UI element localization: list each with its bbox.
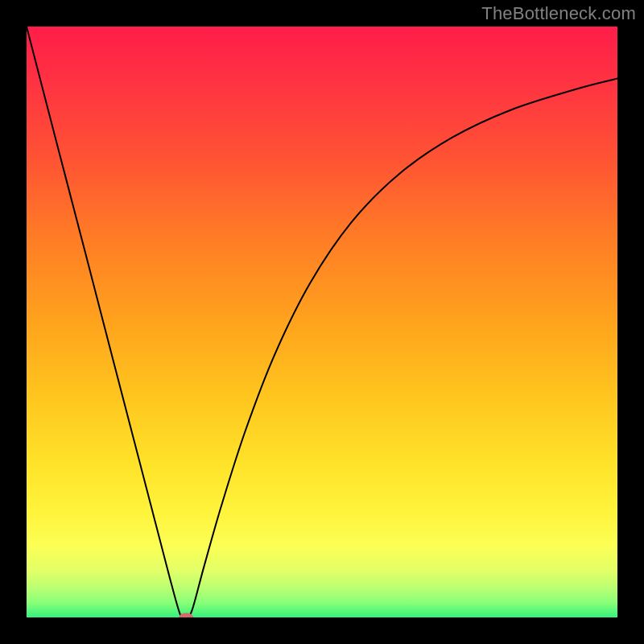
chart-frame: TheBottleneck.com	[0, 0, 644, 644]
watermark-text: TheBottleneck.com	[481, 3, 636, 24]
plot-area	[27, 27, 617, 617]
bottleneck-curve	[27, 27, 617, 617]
chart-svg	[27, 27, 617, 617]
